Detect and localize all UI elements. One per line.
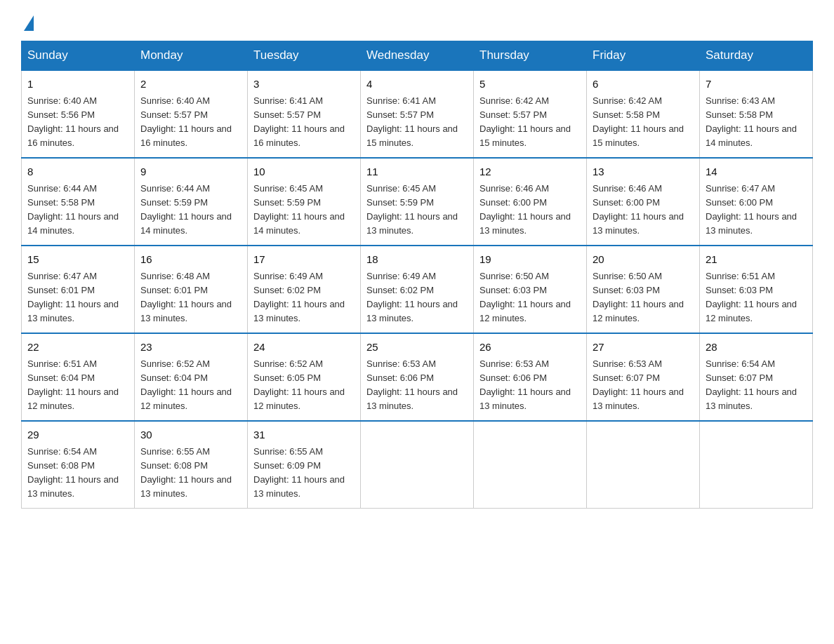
day-number: 28 <box>706 340 807 356</box>
day-info: Sunrise: 6:41 AMSunset: 5:57 PMDaylight:… <box>253 95 345 148</box>
calendar-cell: 28 Sunrise: 6:54 AMSunset: 6:07 PMDaylig… <box>700 333 813 421</box>
day-number: 10 <box>253 164 355 180</box>
calendar-cell: 12 Sunrise: 6:46 AMSunset: 6:00 PMDaylig… <box>474 158 587 246</box>
day-info: Sunrise: 6:51 AMSunset: 6:03 PMDaylight:… <box>706 271 797 323</box>
day-number: 2 <box>140 76 241 93</box>
day-info: Sunrise: 6:48 AMSunset: 6:01 PMDaylight:… <box>140 271 232 323</box>
day-number: 5 <box>479 76 581 93</box>
day-info: Sunrise: 6:47 AMSunset: 6:00 PMDaylight:… <box>706 183 797 236</box>
calendar-cell: 7 Sunrise: 6:43 AMSunset: 5:58 PMDayligh… <box>700 70 813 158</box>
day-info: Sunrise: 6:42 AMSunset: 5:58 PMDaylight:… <box>593 95 684 148</box>
calendar-cell <box>361 421 474 509</box>
day-info: Sunrise: 6:50 AMSunset: 6:03 PMDaylight:… <box>479 271 571 323</box>
day-info: Sunrise: 6:47 AMSunset: 6:01 PMDaylight:… <box>27 271 119 323</box>
weekday-header-monday: Monday <box>135 41 248 71</box>
day-info: Sunrise: 6:46 AMSunset: 6:00 PMDaylight:… <box>593 183 684 236</box>
day-info: Sunrise: 6:49 AMSunset: 6:02 PMDaylight:… <box>366 271 458 323</box>
day-number: 22 <box>27 340 128 356</box>
calendar-table: SundayMondayTuesdayWednesdayThursdayFrid… <box>21 41 813 509</box>
day-number: 15 <box>27 252 128 268</box>
day-info: Sunrise: 6:41 AMSunset: 5:57 PMDaylight:… <box>366 95 458 148</box>
day-number: 6 <box>593 76 694 93</box>
day-number: 20 <box>593 252 694 268</box>
calendar-cell: 27 Sunrise: 6:53 AMSunset: 6:07 PMDaylig… <box>587 333 700 421</box>
calendar-cell: 15 Sunrise: 6:47 AMSunset: 6:01 PMDaylig… <box>22 246 135 333</box>
calendar-cell: 30 Sunrise: 6:55 AMSunset: 6:08 PMDaylig… <box>135 421 248 509</box>
calendar-cell: 9 Sunrise: 6:44 AMSunset: 5:59 PMDayligh… <box>135 158 248 246</box>
calendar-cell <box>700 421 813 509</box>
day-info: Sunrise: 6:46 AMSunset: 6:00 PMDaylight:… <box>479 183 571 236</box>
weekday-header-thursday: Thursday <box>474 41 587 71</box>
day-number: 8 <box>27 164 128 180</box>
day-info: Sunrise: 6:44 AMSunset: 5:58 PMDaylight:… <box>27 183 119 236</box>
calendar-cell: 19 Sunrise: 6:50 AMSunset: 6:03 PMDaylig… <box>474 246 587 333</box>
calendar-cell: 26 Sunrise: 6:53 AMSunset: 6:06 PMDaylig… <box>474 333 587 421</box>
day-number: 26 <box>479 340 581 356</box>
calendar-cell: 31 Sunrise: 6:55 AMSunset: 6:09 PMDaylig… <box>248 421 361 509</box>
calendar-cell: 25 Sunrise: 6:53 AMSunset: 6:06 PMDaylig… <box>361 333 474 421</box>
week-row-3: 15 Sunrise: 6:47 AMSunset: 6:01 PMDaylig… <box>22 246 813 333</box>
calendar-cell: 20 Sunrise: 6:50 AMSunset: 6:03 PMDaylig… <box>587 246 700 333</box>
weekday-header-friday: Friday <box>587 41 700 71</box>
calendar-cell: 14 Sunrise: 6:47 AMSunset: 6:00 PMDaylig… <box>700 158 813 246</box>
day-info: Sunrise: 6:45 AMSunset: 5:59 PMDaylight:… <box>366 183 458 236</box>
day-info: Sunrise: 6:52 AMSunset: 6:04 PMDaylight:… <box>140 358 232 411</box>
day-number: 11 <box>366 164 468 180</box>
weekday-header-saturday: Saturday <box>700 41 813 71</box>
day-number: 27 <box>593 340 694 356</box>
day-number: 30 <box>140 427 241 443</box>
calendar-cell: 13 Sunrise: 6:46 AMSunset: 6:00 PMDaylig… <box>587 158 700 246</box>
day-number: 24 <box>253 340 355 356</box>
day-number: 17 <box>253 252 355 268</box>
day-info: Sunrise: 6:42 AMSunset: 5:57 PMDaylight:… <box>479 95 571 148</box>
day-number: 14 <box>706 164 807 180</box>
calendar-cell: 1 Sunrise: 6:40 AMSunset: 5:56 PMDayligh… <box>22 70 135 158</box>
day-number: 1 <box>27 76 128 93</box>
day-number: 12 <box>479 164 581 180</box>
calendar-cell <box>474 421 587 509</box>
day-info: Sunrise: 6:40 AMSunset: 5:57 PMDaylight:… <box>140 95 232 148</box>
day-info: Sunrise: 6:40 AMSunset: 5:56 PMDaylight:… <box>27 95 119 148</box>
calendar-cell: 16 Sunrise: 6:48 AMSunset: 6:01 PMDaylig… <box>135 246 248 333</box>
week-row-5: 29 Sunrise: 6:54 AMSunset: 6:08 PMDaylig… <box>22 421 813 509</box>
day-info: Sunrise: 6:44 AMSunset: 5:59 PMDaylight:… <box>140 183 232 236</box>
calendar-cell: 8 Sunrise: 6:44 AMSunset: 5:58 PMDayligh… <box>22 158 135 246</box>
day-info: Sunrise: 6:53 AMSunset: 6:07 PMDaylight:… <box>593 358 684 411</box>
day-info: Sunrise: 6:45 AMSunset: 5:59 PMDaylight:… <box>253 183 345 236</box>
calendar-cell: 5 Sunrise: 6:42 AMSunset: 5:57 PMDayligh… <box>474 70 587 158</box>
day-number: 21 <box>706 252 807 268</box>
day-number: 25 <box>366 340 468 356</box>
weekday-header-wednesday: Wednesday <box>361 41 474 71</box>
day-number: 19 <box>479 252 581 268</box>
day-info: Sunrise: 6:52 AMSunset: 6:05 PMDaylight:… <box>253 358 345 411</box>
calendar-cell: 29 Sunrise: 6:54 AMSunset: 6:08 PMDaylig… <box>22 421 135 509</box>
calendar-cell: 4 Sunrise: 6:41 AMSunset: 5:57 PMDayligh… <box>361 70 474 158</box>
week-row-1: 1 Sunrise: 6:40 AMSunset: 5:56 PMDayligh… <box>22 70 813 158</box>
day-number: 18 <box>366 252 468 268</box>
calendar-cell: 6 Sunrise: 6:42 AMSunset: 5:58 PMDayligh… <box>587 70 700 158</box>
day-info: Sunrise: 6:53 AMSunset: 6:06 PMDaylight:… <box>479 358 571 411</box>
day-info: Sunrise: 6:43 AMSunset: 5:58 PMDaylight:… <box>706 95 797 148</box>
calendar-cell: 3 Sunrise: 6:41 AMSunset: 5:57 PMDayligh… <box>248 70 361 158</box>
day-info: Sunrise: 6:55 AMSunset: 6:09 PMDaylight:… <box>253 446 345 499</box>
day-info: Sunrise: 6:53 AMSunset: 6:06 PMDaylight:… <box>366 358 458 411</box>
calendar-header-row: SundayMondayTuesdayWednesdayThursdayFrid… <box>22 41 813 71</box>
calendar-cell: 22 Sunrise: 6:51 AMSunset: 6:04 PMDaylig… <box>22 333 135 421</box>
week-row-2: 8 Sunrise: 6:44 AMSunset: 5:58 PMDayligh… <box>22 158 813 246</box>
calendar-cell: 2 Sunrise: 6:40 AMSunset: 5:57 PMDayligh… <box>135 70 248 158</box>
weekday-header-tuesday: Tuesday <box>248 41 361 71</box>
day-number: 29 <box>27 427 128 443</box>
day-number: 16 <box>140 252 241 268</box>
day-info: Sunrise: 6:54 AMSunset: 6:07 PMDaylight:… <box>706 358 797 411</box>
logo <box>21 14 34 28</box>
calendar-cell: 24 Sunrise: 6:52 AMSunset: 6:05 PMDaylig… <box>248 333 361 421</box>
day-info: Sunrise: 6:54 AMSunset: 6:08 PMDaylight:… <box>27 446 119 499</box>
calendar-cell: 10 Sunrise: 6:45 AMSunset: 5:59 PMDaylig… <box>248 158 361 246</box>
logo-triangle-icon <box>24 15 34 31</box>
day-number: 7 <box>706 76 807 93</box>
page-header <box>21 14 813 28</box>
week-row-4: 22 Sunrise: 6:51 AMSunset: 6:04 PMDaylig… <box>22 333 813 421</box>
day-info: Sunrise: 6:49 AMSunset: 6:02 PMDaylight:… <box>253 271 345 323</box>
calendar-cell: 17 Sunrise: 6:49 AMSunset: 6:02 PMDaylig… <box>248 246 361 333</box>
day-number: 4 <box>366 76 468 93</box>
